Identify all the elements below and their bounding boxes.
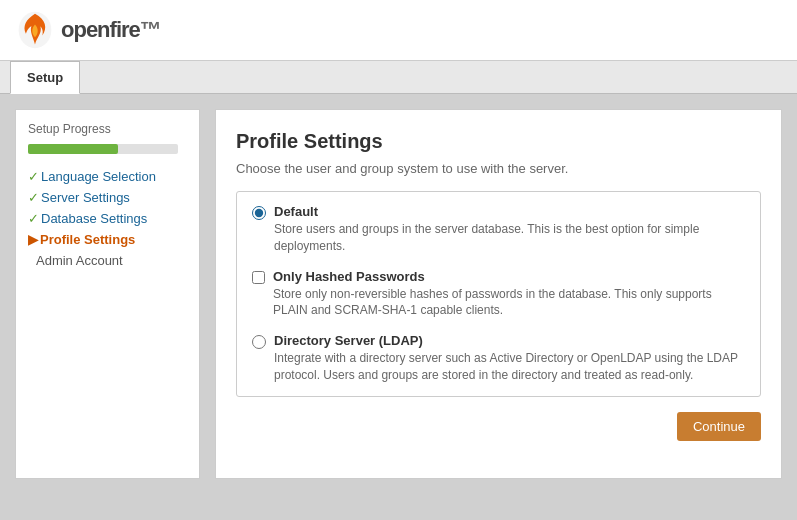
option-default-radio[interactable]	[252, 206, 266, 220]
sidebar-item-profile[interactable]: ▶Profile Settings	[28, 229, 187, 250]
check-icon-server: ✓	[28, 190, 39, 205]
option-ldap-text: Directory Server (LDAP) Integrate with a…	[274, 333, 745, 384]
tab-setup[interactable]: Setup	[10, 61, 80, 94]
options-box: Default Store users and groups in the se…	[236, 191, 761, 397]
progress-bar-container	[28, 144, 178, 154]
option-ldap-radio[interactable]	[252, 335, 266, 349]
check-icon-database: ✓	[28, 211, 39, 226]
logo: openfire™	[15, 10, 161, 50]
option-hashed-desc: Store only non-reversible hashes of pass…	[273, 286, 745, 320]
option-hashed-label: Only Hashed Passwords	[273, 269, 745, 284]
logo-flame-icon	[15, 10, 55, 50]
logo-trademark: ™	[140, 17, 161, 42]
sidebar-item-admin[interactable]: Admin Account	[28, 250, 187, 271]
option-ldap-desc: Integrate with a directory server such a…	[274, 350, 745, 384]
check-icon-language: ✓	[28, 169, 39, 184]
tab-bar: Setup	[0, 61, 797, 94]
logo-text: openfire™	[61, 17, 161, 43]
option-hashed: Only Hashed Passwords Store only non-rev…	[252, 269, 745, 320]
sidebar-item-database[interactable]: ✓Database Settings	[28, 208, 187, 229]
sidebar-item-language[interactable]: ✓Language Selection	[28, 166, 187, 187]
option-default-label: Default	[274, 204, 745, 219]
option-default-text: Default Store users and groups in the se…	[274, 204, 745, 255]
page-title: Profile Settings	[236, 130, 761, 153]
option-default-desc: Store users and groups in the server dat…	[274, 221, 745, 255]
option-hashed-checkbox[interactable]	[252, 271, 265, 284]
setup-progress-title: Setup Progress	[28, 122, 187, 136]
arrow-icon-profile: ▶	[28, 232, 38, 247]
option-ldap-label: Directory Server (LDAP)	[274, 333, 745, 348]
option-default: Default Store users and groups in the se…	[252, 204, 745, 255]
sidebar-item-server[interactable]: ✓Server Settings	[28, 187, 187, 208]
header: openfire™	[0, 0, 797, 61]
sidebar: Setup Progress ✓Language Selection ✓Serv…	[15, 109, 200, 479]
progress-bar-fill	[28, 144, 118, 154]
page-subtitle: Choose the user and group system to use …	[236, 161, 761, 176]
content-panel: Profile Settings Choose the user and gro…	[215, 109, 782, 479]
option-hashed-text: Only Hashed Passwords Store only non-rev…	[273, 269, 745, 320]
button-row: Continue	[236, 412, 761, 441]
option-ldap: Directory Server (LDAP) Integrate with a…	[252, 333, 745, 384]
continue-button[interactable]: Continue	[677, 412, 761, 441]
main-layout: Setup Progress ✓Language Selection ✓Serv…	[0, 94, 797, 494]
